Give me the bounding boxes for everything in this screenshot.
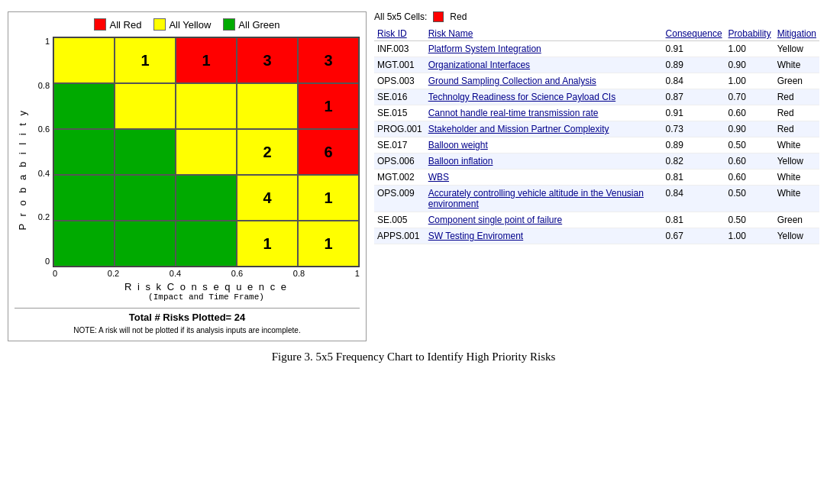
grid-row: 41 bbox=[53, 175, 359, 221]
cell-consequence: 0.89 bbox=[663, 57, 725, 73]
x-axis-sublabel: (Impact and Time Frame) bbox=[53, 292, 360, 302]
cell-probability: 0.90 bbox=[725, 57, 774, 73]
cell-risk-id: APPS.001 bbox=[374, 228, 425, 244]
cell-mitigation: Yellow bbox=[774, 153, 819, 170]
grid-cell-4-2 bbox=[176, 221, 237, 267]
risk-name-link[interactable]: Accurately controlling vehicle altitude … bbox=[428, 188, 644, 209]
x-tick-06: 0.6 bbox=[231, 269, 243, 278]
grid-cell-3-0 bbox=[53, 175, 115, 221]
grid-container: 11331264111 bbox=[53, 37, 360, 267]
cell-consequence: 0.82 bbox=[663, 153, 725, 170]
table-header-row: Risk ID Risk Name Consequence Probabilit… bbox=[374, 27, 819, 41]
cell-risk-name: Organizational Interfaces bbox=[425, 57, 663, 73]
col-header-mitigation[interactable]: Mitigation bbox=[774, 27, 819, 41]
grid-cell-3-2 bbox=[176, 175, 237, 221]
risk-name-link[interactable]: Organizational Interfaces bbox=[428, 60, 530, 70]
cell-probability: 0.60 bbox=[725, 105, 774, 121]
filter-value: Red bbox=[450, 11, 467, 22]
table-row: SE.015Cannot handle real-time transmissi… bbox=[374, 105, 819, 121]
cell-risk-id: OPS.003 bbox=[374, 73, 425, 89]
x-ticks: 0 0.2 0.4 0.6 0.8 1 bbox=[53, 269, 360, 278]
note-text: NOTE: A risk will not be plotted if its … bbox=[15, 326, 360, 334]
cell-probability: 1.00 bbox=[725, 73, 774, 89]
y-tick-04: 0.4 bbox=[38, 169, 50, 178]
cell-risk-id: SE.005 bbox=[374, 212, 425, 228]
chart-with-axes: 1 0.8 0.6 0.4 0.2 0 11331264111 0 0.2 0.… bbox=[30, 37, 360, 302]
cell-consequence: 0.87 bbox=[663, 89, 725, 105]
grid-cell-2-1 bbox=[115, 129, 176, 175]
risk-name-link[interactable]: SW Testing Enviroment bbox=[428, 231, 524, 241]
cell-risk-name: Cannot handle real-time transmission rat… bbox=[425, 105, 663, 121]
legend-box-red bbox=[94, 18, 106, 31]
table-panel: All 5x5 Cells: Red Risk ID Risk Name Con… bbox=[374, 11, 819, 341]
cell-probability: 0.90 bbox=[725, 121, 774, 137]
table-row: INF.003Platform System Integration0.911.… bbox=[374, 41, 819, 57]
cell-risk-id: OPS.009 bbox=[374, 186, 425, 212]
cell-risk-name: Ground Sampling Collection and Analysis bbox=[425, 73, 663, 89]
col-header-risk-id[interactable]: Risk ID bbox=[374, 27, 425, 41]
y-tick-1: 1 bbox=[45, 37, 50, 46]
cell-mitigation: Red bbox=[774, 89, 819, 105]
col-header-probability[interactable]: Probability bbox=[725, 27, 774, 41]
cell-mitigation: White bbox=[774, 186, 819, 212]
col-header-consequence[interactable]: Consequence bbox=[663, 27, 725, 41]
grid-cell-1-1 bbox=[115, 83, 176, 129]
cell-risk-name: Accurately controlling vehicle altitude … bbox=[425, 186, 663, 212]
risk-name-link[interactable]: WBS bbox=[428, 172, 449, 183]
cell-probability: 0.60 bbox=[725, 153, 774, 170]
figure-caption: Figure 3. 5x5 Frequency Chart to Identif… bbox=[272, 351, 556, 363]
grid-cell-0-4: 3 bbox=[298, 37, 359, 83]
legend-label-red: All Red bbox=[109, 19, 141, 31]
risk-name-link[interactable]: Platform System Integration bbox=[428, 44, 541, 54]
grid-and-y-ticks: 1 0.8 0.6 0.4 0.2 0 11331264111 bbox=[30, 37, 360, 267]
risk-name-link[interactable]: Balloon weight bbox=[428, 140, 488, 150]
cell-risk-name: WBS bbox=[425, 170, 663, 186]
y-ticks: 1 0.8 0.6 0.4 0.2 0 bbox=[30, 37, 53, 267]
table-row: SE.005Component single point of failure0… bbox=[374, 212, 819, 228]
col-header-risk-name[interactable]: Risk Name bbox=[425, 27, 663, 41]
cell-mitigation: Red bbox=[774, 121, 819, 137]
cell-consequence: 0.89 bbox=[663, 137, 725, 153]
risk-name-link[interactable]: Balloon inflation bbox=[428, 156, 493, 166]
cell-probability: 1.00 bbox=[725, 41, 774, 57]
risk-name-link[interactable]: Cannot handle real-time transmission rat… bbox=[428, 108, 599, 118]
table-row: SE.017Balloon weight0.890.50White bbox=[374, 137, 819, 153]
cell-consequence: 0.84 bbox=[663, 73, 725, 89]
cell-risk-id: SE.015 bbox=[374, 105, 425, 121]
legend-item-yellow: All Yellow bbox=[153, 18, 211, 31]
grid-cell-4-3: 1 bbox=[237, 221, 298, 267]
grid-cell-1-4: 1 bbox=[298, 83, 359, 129]
table-row: OPS.009Accurately controlling vehicle al… bbox=[374, 186, 819, 212]
cell-mitigation: Yellow bbox=[774, 41, 819, 57]
grid-cell-4-0 bbox=[53, 221, 115, 267]
x-tick-08: 0.8 bbox=[293, 269, 305, 278]
cell-risk-name: SW Testing Enviroment bbox=[425, 228, 663, 244]
risk-name-link[interactable]: Stakeholder and Mission Partner Complexi… bbox=[428, 124, 609, 134]
legend-label-green: All Green bbox=[238, 19, 279, 31]
y-tick-02: 0.2 bbox=[38, 212, 50, 221]
risk-name-link[interactable]: Component single point of failure bbox=[428, 215, 562, 225]
table-row: OPS.003Ground Sampling Collection and An… bbox=[374, 73, 819, 89]
risk-table: Risk ID Risk Name Consequence Probabilit… bbox=[374, 27, 819, 244]
risk-name-link[interactable]: Technolgy Readiness for Science Payload … bbox=[428, 92, 615, 102]
cell-consequence: 0.91 bbox=[663, 105, 725, 121]
grid-cell-1-3 bbox=[237, 83, 298, 129]
table-row: OPS.006Balloon inflation0.820.60Yellow bbox=[374, 153, 819, 170]
risk-name-link[interactable]: Ground Sampling Collection and Analysis bbox=[428, 76, 596, 86]
legend-box-green bbox=[223, 18, 235, 31]
cell-risk-id: OPS.006 bbox=[374, 153, 425, 170]
grid-cell-0-0 bbox=[53, 37, 115, 83]
cell-risk-id: PROG.001 bbox=[374, 121, 425, 137]
chart-panel: All Red All Yellow All Green P r o b a b… bbox=[8, 11, 367, 341]
grid-cell-4-1 bbox=[115, 221, 176, 267]
filter-label: All 5x5 Cells: bbox=[374, 11, 427, 22]
cell-mitigation: White bbox=[774, 57, 819, 73]
cell-risk-name: Balloon weight bbox=[425, 137, 663, 153]
cell-consequence: 0.67 bbox=[663, 228, 725, 244]
legend: All Red All Yellow All Green bbox=[15, 18, 360, 31]
x-tick-0: 0 bbox=[53, 269, 57, 278]
table-row: SE.016Technolgy Readiness for Science Pa… bbox=[374, 89, 819, 105]
y-tick-0: 0 bbox=[45, 257, 50, 266]
cell-mitigation: Red bbox=[774, 105, 819, 121]
grid-cell-4-4: 1 bbox=[298, 221, 359, 267]
